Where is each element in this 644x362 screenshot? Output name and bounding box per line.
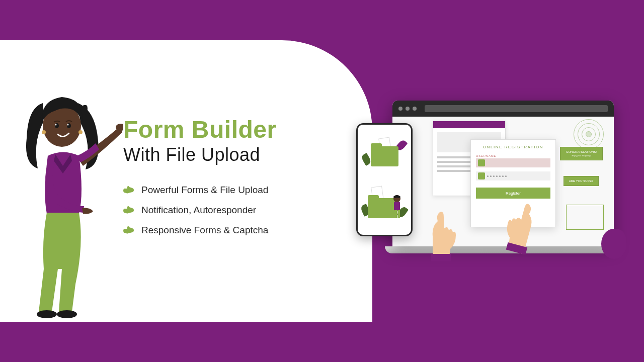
password-input[interactable]	[476, 171, 550, 180]
headline-block: Form Builder With File Upload Powerful F…	[123, 116, 277, 245]
point-right-icon	[123, 206, 134, 215]
point-right-icon	[123, 226, 134, 235]
feature-item: Powerful Forms & File Upload	[123, 185, 277, 196]
phone-mockup	[356, 123, 413, 236]
svg-point-1	[37, 310, 57, 318]
svg-rect-14	[431, 254, 451, 261]
feature-item: Responsive Forms & Captcha	[123, 225, 277, 236]
woman-illustration	[13, 83, 123, 324]
svg-point-5	[67, 123, 71, 128]
svg-point-6	[55, 124, 57, 126]
svg-point-7	[67, 124, 69, 126]
feature-text: Powerful Forms & File Upload	[141, 185, 268, 196]
form-title: ONLINE REGISTRATION	[476, 145, 550, 149]
username-input[interactable]	[476, 158, 550, 167]
svg-rect-11	[394, 202, 400, 211]
svg-point-8	[42, 130, 46, 134]
headline-main: Form Builder	[123, 116, 277, 143]
radar-icon	[574, 119, 604, 149]
feature-item: Notification, Autoresponder	[123, 205, 277, 216]
feature-text: Responsive Forms & Captcha	[141, 225, 268, 236]
feature-list: Powerful Forms & File Upload Notificatio…	[123, 185, 277, 236]
hand-left-illustration	[413, 206, 463, 261]
svg-point-4	[55, 123, 59, 128]
confirm-popup: ARE YOU SURE?	[564, 176, 599, 186]
empty-panel	[566, 205, 604, 230]
browser-chrome	[392, 101, 614, 117]
svg-point-9	[78, 130, 83, 134]
svg-rect-12	[394, 210, 397, 218]
svg-rect-13	[397, 210, 400, 218]
svg-point-2	[57, 310, 77, 318]
point-right-icon	[123, 186, 134, 195]
folder-illustration	[362, 134, 407, 174]
folder-person-illustration	[362, 186, 407, 226]
decorative-blob	[601, 229, 626, 259]
username-label: USERNAME	[476, 154, 550, 157]
headline-sub: With File Upload	[123, 144, 277, 165]
feature-text: Notification, Autoresponder	[141, 205, 256, 216]
congrats-popup: CONGRATULATIONS! Enjoy your Shopping!	[560, 147, 603, 160]
